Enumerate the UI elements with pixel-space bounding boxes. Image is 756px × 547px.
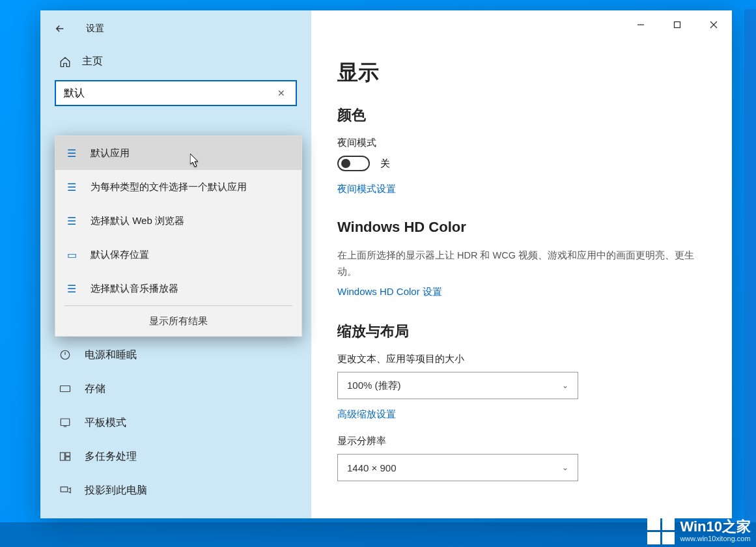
resolution-select[interactable]: 1440 × 900 ⌄	[337, 454, 578, 481]
taskbar[interactable]	[0, 522, 756, 547]
svg-rect-6	[61, 487, 68, 492]
sidebar-item-label: 多任务处理	[85, 450, 137, 464]
suggestion-item[interactable]: ☰ 默认应用	[55, 136, 301, 170]
night-mode-state: 关	[380, 158, 390, 170]
show-all-results[interactable]: 显示所有结果	[55, 306, 301, 336]
list-icon: ☰	[67, 181, 80, 193]
svg-rect-4	[66, 453, 70, 456]
sidebar-item-label: 存储	[85, 382, 105, 396]
window-controls	[623, 10, 732, 39]
section-title-color: 颜色	[337, 105, 706, 125]
maximize-button[interactable]	[659, 10, 695, 39]
toggle-knob	[341, 159, 350, 168]
page-title: 显示	[337, 59, 706, 87]
home-label: 主页	[82, 55, 103, 68]
chevron-down-icon: ⌄	[562, 463, 568, 472]
list-icon: ☰	[67, 283, 80, 295]
home-nav[interactable]: 主页	[40, 47, 311, 80]
show-all-label: 显示所有结果	[149, 315, 208, 328]
windows-logo-icon	[647, 517, 675, 544]
suggestion-label: 选择默认音乐播放器	[91, 283, 178, 295]
section-title-scale: 缩放与布局	[337, 322, 706, 341]
window-title: 设置	[86, 23, 104, 35]
text-size-select[interactable]: 100% (推荐) ⌄	[337, 372, 578, 399]
resolution-value: 1440 × 900	[347, 462, 397, 473]
sidebar-item-label: 平板模式	[85, 416, 126, 430]
svg-rect-2	[61, 419, 70, 426]
night-mode-toggle[interactable]	[337, 156, 370, 171]
svg-rect-8	[675, 22, 680, 28]
suggestion-label: 为每种类型的文件选择一个默认应用	[91, 181, 247, 193]
text-size-label: 更改文本、应用等项目的大小	[337, 353, 706, 365]
power-icon	[59, 348, 72, 361]
search-suggestions-dropdown: ☰ 默认应用 ☰ 为每种类型的文件选择一个默认应用 ☰ 选择默认 Web 浏览器…	[55, 135, 302, 337]
hd-color-settings-link[interactable]: Windows HD Color 设置	[337, 286, 706, 298]
cursor-icon	[190, 154, 201, 168]
sidebar-item-multitask[interactable]: 多任务处理	[40, 440, 311, 473]
svg-rect-3	[61, 453, 65, 460]
svg-rect-5	[66, 457, 70, 460]
project-icon	[59, 484, 72, 497]
sidebar-item-tablet[interactable]: 平板模式	[40, 406, 311, 440]
titlebar: 设置	[40, 10, 311, 47]
color-section: 颜色 夜间模式 关 夜间模式设置	[337, 105, 706, 195]
search-input[interactable]	[55, 80, 297, 106]
sidebar-item-project[interactable]: 投影到此电脑	[40, 473, 311, 507]
storage-icon	[59, 382, 72, 395]
hd-color-section: Windows HD Color 在上面所选择的显示器上让 HDR 和 WCG …	[337, 219, 706, 298]
text-size-value: 100% (推荐)	[347, 380, 401, 392]
sidebar-item-label: 投影到此电脑	[85, 484, 147, 498]
suggestion-label: 默认应用	[91, 147, 130, 160]
close-button[interactable]	[695, 10, 732, 39]
right-pane: 显示 颜色 夜间模式 关 夜间模式设置 Windows HD Color 在上面…	[311, 10, 732, 518]
night-mode-label: 夜间模式	[337, 137, 706, 149]
chevron-down-icon: ⌄	[562, 381, 568, 390]
suggestion-label: 默认保存位置	[91, 249, 149, 261]
storage-icon: ▭	[67, 249, 80, 261]
search-wrap: ✕	[40, 80, 311, 106]
multitask-icon	[59, 450, 72, 463]
home-icon	[59, 55, 72, 68]
tablet-icon	[59, 416, 72, 429]
advanced-scale-link[interactable]: 高级缩放设置	[337, 408, 706, 421]
night-mode-settings-link[interactable]: 夜间模式设置	[337, 183, 706, 195]
list-icon: ☰	[67, 215, 80, 227]
hd-color-desc: 在上面所选择的显示器上让 HDR 和 WCG 视频、游戏和应用中的画面更明亮、更…	[337, 247, 706, 279]
suggestion-label: 选择默认 Web 浏览器	[91, 215, 184, 227]
section-title-hd: Windows HD Color	[337, 219, 706, 236]
suggestion-item[interactable]: ☰ 选择默认 Web 浏览器	[55, 204, 301, 238]
minimize-button[interactable]	[623, 10, 659, 39]
back-button[interactable]	[46, 14, 74, 43]
list-icon: ☰	[67, 147, 80, 160]
sidebar-item-storage[interactable]: 存储	[40, 372, 311, 406]
watermark-text: Win10之家 www.win10xitong.com	[680, 519, 751, 542]
sidebar-item-label: 电源和睡眠	[85, 348, 137, 362]
watermark-title: Win10之家	[680, 519, 751, 535]
watermark-url: www.win10xitong.com	[680, 535, 751, 542]
resolution-label: 显示分辨率	[337, 435, 706, 447]
suggestion-item[interactable]: ☰ 为每种类型的文件选择一个默认应用	[55, 170, 301, 204]
night-mode-toggle-row: 关	[337, 156, 706, 171]
decorative-right-bar	[744, 9, 756, 522]
sidebar-item-power[interactable]: 电源和睡眠	[40, 338, 311, 372]
scale-section: 缩放与布局 更改文本、应用等项目的大小 100% (推荐) ⌄ 高级缩放设置 显…	[337, 322, 706, 481]
clear-search-button[interactable]: ✕	[273, 85, 289, 101]
suggestion-item[interactable]: ▭ 默认保存位置	[55, 238, 301, 272]
settings-window: 设置 主页 ✕ ☰ 默认应用 ☰ 为每种类型的文件选择一个默认应用 ☰ 选择默认…	[40, 10, 732, 518]
suggestion-item[interactable]: ☰ 选择默认音乐播放器	[55, 272, 301, 305]
watermark: Win10之家 www.win10xitong.com	[647, 517, 751, 544]
left-pane: 设置 主页 ✕ ☰ 默认应用 ☰ 为每种类型的文件选择一个默认应用 ☰ 选择默认…	[40, 10, 311, 518]
svg-rect-1	[61, 386, 70, 392]
